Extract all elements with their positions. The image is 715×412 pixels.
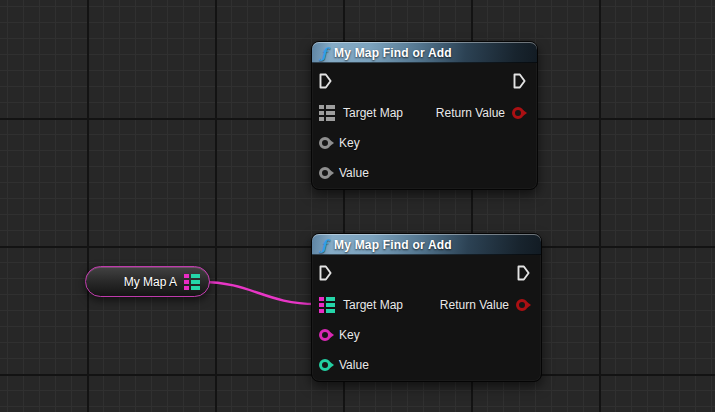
return-value-label: Return Value <box>436 106 505 120</box>
key-label: Key <box>339 328 360 342</box>
return-value-pin[interactable] <box>516 299 528 311</box>
node-title: My Map Find or Add <box>334 46 452 60</box>
exec-out-pin[interactable] <box>517 265 530 281</box>
function-icon: ƒ <box>321 238 327 252</box>
target-map-pin-icon[interactable] <box>319 105 335 121</box>
return-value-label: Return Value <box>440 298 509 312</box>
node-body: Target Map Return Value Key Value <box>312 63 537 189</box>
value-label: Value <box>339 358 369 372</box>
key-label: Key <box>339 136 360 150</box>
return-value-pin[interactable] <box>512 107 524 119</box>
exec-in-pin[interactable] <box>319 265 332 281</box>
variable-name-label: My Map A <box>124 275 177 289</box>
node-my-map-find-or-add-bottom[interactable]: ƒ My Map Find or Add Target Map Return V… <box>311 233 542 382</box>
target-map-label: Target Map <box>343 106 403 120</box>
node-body: Target Map Return Value Key Value <box>312 255 541 381</box>
value-label: Value <box>339 166 369 180</box>
exec-out-pin[interactable] <box>513 73 526 89</box>
map-variable-output-pin-icon[interactable] <box>184 274 200 290</box>
exec-pin-icon <box>319 73 332 89</box>
key-pin[interactable] <box>319 329 331 341</box>
target-map-pin-icon[interactable] <box>319 297 335 313</box>
node-title: My Map Find or Add <box>334 238 452 252</box>
value-pin[interactable] <box>319 167 331 179</box>
key-pin[interactable] <box>319 137 331 149</box>
node-my-map-find-or-add-top[interactable]: ƒ My Map Find or Add Target Map Return V… <box>311 41 538 190</box>
function-icon: ƒ <box>321 46 327 60</box>
variable-node-my-map-a[interactable]: My Map A <box>85 266 210 297</box>
node-header[interactable]: ƒ My Map Find or Add <box>312 234 541 255</box>
exec-pin-icon <box>517 265 530 281</box>
exec-pin-icon <box>319 265 332 281</box>
target-map-label: Target Map <box>343 298 403 312</box>
node-header[interactable]: ƒ My Map Find or Add <box>312 42 537 63</box>
exec-in-pin[interactable] <box>319 73 332 89</box>
exec-pin-icon <box>513 73 526 89</box>
value-pin[interactable] <box>319 359 331 371</box>
